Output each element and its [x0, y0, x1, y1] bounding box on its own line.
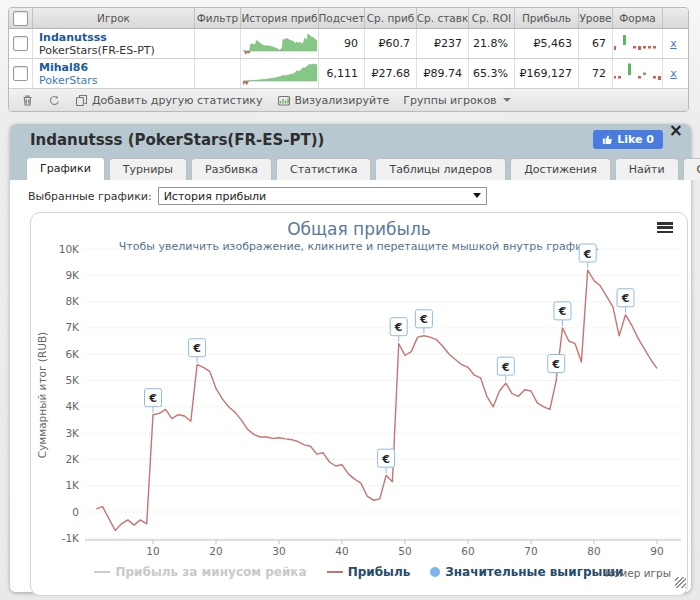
avg-profit-cell: ₽27.68: [365, 59, 417, 88]
col-avg-profit[interactable]: Ср. приб: [365, 8, 417, 28]
level-cell: 72: [579, 59, 613, 88]
table-row: Mihal86 PokerStars 6,111 ₽27.68 ₽89.74 6…: [9, 59, 688, 89]
dot-swatch-icon: [430, 567, 440, 577]
history-sparkline[interactable]: [241, 59, 319, 88]
tab-achievements[interactable]: Достижения: [510, 158, 611, 180]
table-header-row: Игрок Фильтр История приб Подсчет Ср. пр…: [9, 8, 688, 29]
svg-text:-1K: -1K: [62, 532, 80, 544]
history-sparkline[interactable]: [241, 29, 319, 58]
form-cell: [613, 29, 663, 58]
col-filter[interactable]: Фильтр: [195, 8, 241, 28]
col-form[interactable]: Форма: [613, 8, 663, 28]
row-checkbox[interactable]: [13, 36, 28, 51]
panel-title: Indanutsss (PokerStars(FR-ES-PT)): [30, 131, 324, 149]
line-swatch-icon: [94, 571, 110, 573]
svg-text:10K: 10K: [59, 243, 80, 255]
svg-text:2K: 2K: [65, 453, 80, 465]
col-player[interactable]: Игрок: [33, 8, 195, 28]
delete-button[interactable]: [17, 92, 38, 109]
svg-text:60: 60: [461, 545, 474, 557]
significant-win-badge: €: [617, 289, 634, 313]
chart-select-value: История прибыли: [164, 190, 267, 203]
col-level[interactable]: Урове: [579, 8, 613, 28]
thumbs-up-icon: [602, 134, 613, 145]
form-bars-chart: [614, 61, 662, 87]
avg-stake-cell: ₽89.74: [417, 59, 469, 88]
line-swatch-icon: [327, 571, 343, 573]
player-stats-table: Игрок Фильтр История приб Подсчет Ср. пр…: [8, 7, 689, 112]
panel-tabs: Графики Турниры Разбивка Статистика Табл…: [26, 157, 700, 180]
visualize-button[interactable]: Визуализируйте: [273, 92, 394, 109]
row-checkbox[interactable]: [13, 66, 28, 81]
svg-text:€: €: [394, 321, 403, 334]
tab-tournaments[interactable]: Турниры: [109, 158, 187, 180]
row-checkbox-cell: [9, 59, 33, 88]
filter-cell[interactable]: [195, 29, 241, 58]
chart-selector-row: Выбранные графики: История прибыли: [28, 187, 487, 205]
player-site-link[interactable]: PokerStars: [39, 74, 98, 87]
count-cell: 90: [319, 29, 365, 58]
chart-type-select[interactable]: История прибыли: [158, 187, 487, 205]
svg-text:8K: 8K: [65, 295, 80, 307]
remove-row-link[interactable]: x: [670, 37, 677, 50]
svg-text:€: €: [583, 248, 592, 261]
svg-text:10: 10: [146, 545, 159, 557]
legend-item-significant-wins[interactable]: Значительные выигрыши: [430, 565, 623, 579]
col-profit[interactable]: Прибыль: [515, 8, 579, 28]
player-groups-dropdown[interactable]: Группы игроков: [399, 92, 514, 109]
trash-icon: [21, 94, 34, 107]
chart-legend: Прибыль за минусом рейка Прибыль Значите…: [31, 565, 687, 579]
select-all-checkbox[interactable]: [13, 11, 28, 26]
remove-cell: x: [663, 59, 684, 88]
chart-select-label: Выбранные графики:: [28, 190, 152, 203]
tab-graphs[interactable]: Графики: [26, 157, 105, 180]
copy-icon: [75, 94, 88, 107]
svg-text:€: €: [381, 453, 390, 466]
count-cell: 6,111: [319, 59, 365, 88]
remove-cell: x: [663, 29, 684, 58]
svg-text:€: €: [501, 361, 510, 374]
like-count-label: Like 0: [617, 133, 654, 146]
player-site: PokerStars(FR-ES-PT): [39, 44, 155, 57]
col-avg-roi[interactable]: Ср. ROI: [469, 8, 515, 28]
svg-text:€: €: [558, 305, 567, 318]
svg-text:70: 70: [524, 545, 537, 557]
tab-find[interactable]: Найти: [615, 158, 679, 180]
player-name-link[interactable]: Mihal86: [39, 61, 98, 74]
avg-roi-cell: 21.8%: [469, 29, 515, 58]
remove-row-link[interactable]: x: [670, 67, 677, 80]
col-avg-stake[interactable]: Ср. ставк: [417, 8, 469, 28]
avg-roi-cell: 65.3%: [469, 59, 515, 88]
resize-handle[interactable]: [675, 577, 686, 588]
svg-text:€: €: [192, 342, 201, 355]
profit-chart[interactable]: 10K9K8K7K6K5K4K3K2K1K0-1K102030405060708…: [31, 213, 685, 593]
x-axis-title: Номер игры: [605, 567, 671, 579]
legend-item-profit-minus-rake[interactable]: Прибыль за минусом рейка: [94, 565, 306, 579]
tab-breakdown[interactable]: Разбивка: [191, 158, 272, 180]
player-name-link[interactable]: Indanutsss: [39, 31, 155, 44]
table-row: Indanutsss PokerStars(FR-ES-PT) 90 ₽60.7…: [9, 29, 688, 59]
close-icon[interactable]: ×: [669, 122, 683, 138]
select-arrow-icon: [473, 193, 481, 198]
refresh-button[interactable]: [44, 92, 65, 109]
tab-leaderboards[interactable]: Таблицы лидеров: [375, 158, 506, 180]
legend-item-profit[interactable]: Прибыль: [327, 565, 411, 579]
col-count[interactable]: Подсчет: [319, 8, 365, 28]
player-cell: Indanutsss PokerStars(FR-ES-PT): [33, 29, 195, 58]
avg-stake-cell: ₽237: [417, 29, 469, 58]
significant-win-badge: €: [579, 244, 596, 268]
add-statistic-button[interactable]: Добавить другую статистику: [71, 92, 267, 109]
col-history[interactable]: История приб: [241, 8, 319, 28]
facebook-like-button[interactable]: Like 0: [593, 130, 663, 149]
svg-text:30: 30: [272, 545, 285, 557]
player-groups-label: Группы игроков: [403, 94, 496, 107]
svg-text:6K: 6K: [65, 348, 80, 360]
header-checkbox-cell: [9, 8, 33, 28]
add-statistic-label: Добавить другую статистику: [92, 94, 263, 107]
level-cell: 67: [579, 29, 613, 58]
significant-win-badge: €: [554, 302, 571, 326]
table-toolbar: Добавить другую статистику Визуализируйт…: [9, 89, 688, 111]
tab-statistics[interactable]: Статистика: [276, 158, 371, 180]
tab-publish[interactable]: Опубликовать: [683, 158, 700, 180]
filter-cell[interactable]: [195, 59, 241, 88]
